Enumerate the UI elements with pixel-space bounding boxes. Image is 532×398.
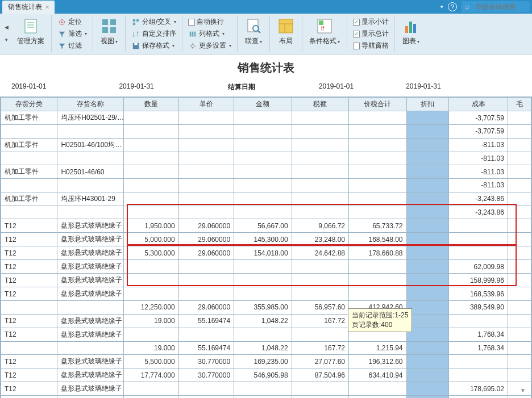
col-header[interactable]: 毛: [508, 98, 531, 111]
cell[interactable]: [234, 165, 292, 179]
cell[interactable]: [406, 111, 449, 125]
cond-format-button[interactable]: if 条件格式▾: [306, 16, 343, 47]
col-header[interactable]: 存货名称: [57, 98, 124, 111]
cell[interactable]: [124, 396, 178, 399]
cell[interactable]: [508, 355, 531, 368]
link-button[interactable]: 联查▾: [241, 16, 266, 47]
cell[interactable]: 19.000: [124, 341, 178, 355]
cell[interactable]: 29.060000: [178, 301, 234, 315]
cell[interactable]: T12: [1, 355, 57, 368]
cell[interactable]: [57, 152, 124, 165]
cell[interactable]: [178, 396, 234, 399]
cell[interactable]: 1,048.22: [234, 314, 292, 328]
cell[interactable]: [349, 179, 407, 192]
cell[interactable]: 196,312.60: [349, 355, 407, 368]
cell[interactable]: 55.169474: [178, 341, 234, 355]
cell[interactable]: [508, 287, 531, 301]
cell[interactable]: T12: [1, 287, 57, 301]
cell[interactable]: [508, 219, 531, 233]
cell[interactable]: [406, 368, 449, 382]
cell[interactable]: 29.060000: [178, 219, 234, 233]
cell[interactable]: [124, 165, 178, 179]
cell[interactable]: 56,957.60: [292, 301, 348, 315]
chart-button[interactable]: 图表▾: [398, 16, 423, 47]
cell[interactable]: [292, 111, 348, 125]
cell[interactable]: [178, 287, 234, 301]
cell[interactable]: -3,707.59: [449, 125, 508, 139]
cell[interactable]: T12: [1, 233, 57, 246]
table-row[interactable]: T12盘形悬式玻璃绝缘子5,500.00030.770000169,235.00…: [1, 355, 531, 368]
cell[interactable]: 167.72: [292, 341, 348, 355]
cell[interactable]: 178,695.02: [449, 382, 508, 396]
cell[interactable]: [124, 287, 178, 301]
col-header[interactable]: 折扣: [406, 98, 449, 111]
cell[interactable]: [234, 206, 292, 219]
cell[interactable]: [178, 206, 234, 219]
cell[interactable]: [406, 382, 449, 396]
cell[interactable]: T12: [1, 274, 57, 287]
show-total-check[interactable]: 显示总计: [351, 28, 391, 40]
cell[interactable]: [508, 341, 531, 355]
cell[interactable]: T12: [1, 219, 57, 233]
cell[interactable]: 56,667.00: [234, 219, 292, 233]
cell[interactable]: 169,235.00: [234, 355, 292, 368]
table-row[interactable]: 12,250.00029.060000355,985.0056,957.6041…: [1, 301, 531, 315]
table-row[interactable]: 机加工零件H02501-46/60-811.03: [1, 165, 531, 179]
cell[interactable]: [349, 274, 407, 287]
cell[interactable]: [234, 382, 292, 396]
cell[interactable]: 5,000.000: [124, 233, 178, 246]
cell[interactable]: -811.03: [449, 179, 508, 192]
cell[interactable]: [406, 192, 449, 206]
cell[interactable]: 盘形悬式玻璃绝缘子: [57, 219, 124, 233]
cell[interactable]: 1,768.34: [449, 328, 508, 341]
cell[interactable]: 盘形悬式玻璃绝缘子: [57, 233, 124, 246]
cell[interactable]: 盘形悬式玻璃绝缘子: [57, 287, 124, 301]
cell[interactable]: [349, 192, 407, 206]
cell[interactable]: T12: [1, 260, 57, 274]
cell[interactable]: [234, 396, 292, 399]
cell[interactable]: [57, 341, 124, 355]
cell[interactable]: [57, 179, 124, 192]
cell[interactable]: -811.03: [449, 165, 508, 179]
cell[interactable]: [406, 328, 449, 341]
table-row[interactable]: 机加工零件H02501-46/100均…-811.03: [1, 138, 531, 152]
table-row[interactable]: T12盘形悬式玻璃绝缘子1,768.34: [1, 328, 531, 341]
cell[interactable]: [234, 260, 292, 274]
cell[interactable]: [508, 368, 531, 382]
cell[interactable]: 19.000: [124, 314, 178, 328]
cell[interactable]: [508, 246, 531, 260]
cell[interactable]: 167.72: [292, 314, 348, 328]
cell[interactable]: [1, 179, 57, 192]
cell[interactable]: [178, 382, 234, 396]
filter2-button[interactable]: 过滤: [55, 40, 89, 52]
cell[interactable]: [406, 125, 449, 139]
cell[interactable]: [234, 192, 292, 206]
cell[interactable]: 机加工零件: [1, 192, 57, 206]
cell[interactable]: [124, 328, 178, 341]
view-button[interactable]: 视图▾: [97, 16, 122, 47]
table-row[interactable]: T12盘形悬式玻璃绝缘子1,950.00029.06000056,667.009…: [1, 219, 531, 233]
cell[interactable]: 5,500.000: [124, 355, 178, 368]
cell[interactable]: [178, 165, 234, 179]
cell[interactable]: -3,243.86: [449, 206, 508, 219]
cell[interactable]: [292, 125, 348, 139]
cell[interactable]: 546,905.98: [234, 368, 292, 382]
cell[interactable]: [124, 152, 178, 165]
cell[interactable]: [178, 125, 234, 139]
cell[interactable]: [1, 152, 57, 165]
cell[interactable]: [234, 125, 292, 139]
table-row[interactable]: -3,243.86: [1, 206, 531, 219]
cell[interactable]: -811.03: [449, 138, 508, 152]
cell[interactable]: [234, 138, 292, 152]
cell[interactable]: [124, 206, 178, 219]
cell[interactable]: 1,950.000: [124, 219, 178, 233]
cell[interactable]: [508, 328, 531, 341]
table-row[interactable]: T12盘形悬式玻璃绝缘子577,477.35: [1, 396, 531, 399]
table-row[interactable]: T12盘形悬式玻璃绝缘子5,000.00029.060000145,300.00…: [1, 233, 531, 246]
cell[interactable]: H02501-46/100均…: [57, 138, 124, 152]
cell[interactable]: [234, 111, 292, 125]
cell[interactable]: 355,985.00: [234, 301, 292, 315]
cell[interactable]: [406, 274, 449, 287]
table-row[interactable]: 机加工零件均压环H43001-29-3,243.86: [1, 192, 531, 206]
cell[interactable]: [449, 233, 508, 246]
